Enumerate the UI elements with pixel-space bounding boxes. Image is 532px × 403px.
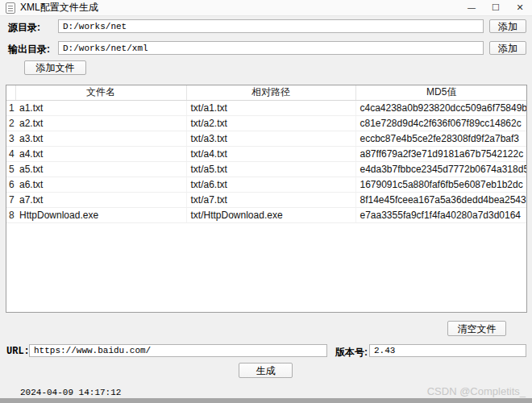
table-row[interactable]: 5a5.txttxt/a5.txte4da3b7fbbce2345d7772b0… [6,161,527,177]
window-controls: — ☐ ✕ [459,0,532,16]
url-input[interactable] [29,344,327,357]
header-filename[interactable]: 文件名 [15,85,186,100]
add-files-button[interactable]: 添加文件 [24,60,86,75]
cell-filename[interactable]: a6.txt [15,177,186,192]
app-window: XML配置文件生成 — ☐ ✕ 源目录: 添加 输出目录: 添加 添加文件 文件… [0,0,532,403]
row-index[interactable]: 2 [6,115,15,131]
close-button[interactable]: ✕ [508,0,532,16]
timestamp: 2024-04-09 14:17:12 [20,388,121,397]
table-row[interactable]: 8HttpDownload.exetxt/HttpDownload.exee7a… [6,207,527,222]
table-row[interactable]: 6a6.txttxt/a6.txt1679091c5a880faf6fb5e60… [6,177,527,192]
cell-relative-path[interactable]: txt/a6.txt [186,177,355,192]
cell-filename[interactable]: a5.txt [15,161,186,177]
cell-filename[interactable]: a4.txt [15,146,186,161]
clear-files-button[interactable]: 清空文件 [447,321,506,336]
header-gutter [6,85,15,100]
url-label: URL: [6,346,30,357]
cell-md5[interactable]: eccbc87e4b5ce2fe28308fd9f2a7baf3 [355,131,527,146]
cell-filename[interactable]: a7.txt [15,192,186,207]
file-table-panel: 文件名 相对路径 MD5值 1a1.txttxt/a1.txtc4ca4238a… [6,85,527,313]
source-dir-add-button[interactable]: 添加 [489,19,526,33]
cell-relative-path[interactable]: txt/a4.txt [186,146,355,161]
table-row[interactable]: 1a1.txttxt/a1.txtc4ca4238a0b923820dcc509… [6,100,527,115]
cell-md5[interactable]: a87ff679a2f3e71d9181a67b7542122c [355,146,527,161]
output-dir-label: 输出目录: [8,43,50,56]
row-index[interactable]: 4 [6,146,15,161]
row-index[interactable]: 1 [6,100,15,115]
cell-md5[interactable]: 1679091c5a880faf6fb5e6087eb1b2dc [355,177,527,192]
cell-filename[interactable]: a3.txt [15,131,186,146]
title-bar: XML配置文件生成 — ☐ ✕ [0,0,532,16]
source-dir-label: 源目录: [8,21,40,35]
row-index[interactable]: 6 [6,177,15,192]
table-row[interactable]: 4a4.txttxt/a4.txta87ff679a2f3e71d9181a67… [6,146,527,161]
maximize-button[interactable]: ☐ [484,0,508,16]
table-row[interactable]: 2a2.txttxt/a2.txtc81e728d9d4c2f636f067f8… [6,115,527,131]
row-index[interactable]: 8 [6,207,15,222]
cell-relative-path[interactable]: txt/a2.txt [186,115,355,131]
cell-md5[interactable]: c81e728d9d4c2f636f067f89cc14862c [355,115,527,131]
row-index[interactable]: 7 [6,192,15,207]
cell-relative-path[interactable]: txt/a1.txt [186,100,355,115]
version-label: 版本号: [335,346,368,359]
cell-relative-path[interactable]: txt/a3.txt [186,131,355,146]
cell-relative-path[interactable]: txt/a5.txt [186,161,355,177]
cell-md5[interactable]: e4da3b7fbbce2345d7772b0674a318d5 [355,161,527,177]
cell-filename[interactable]: HttpDownload.exe [15,207,186,222]
table-row[interactable]: 7a7.txttxt/a7.txt8f14e45fceea167a5a36ded… [6,192,527,207]
cell-filename[interactable]: a1.txt [15,100,186,115]
header-relative-path[interactable]: 相对路径 [186,85,355,100]
cell-filename[interactable]: a2.txt [15,115,186,131]
app-icon [6,2,15,14]
source-dir-input[interactable] [58,19,484,33]
header-md5[interactable]: MD5值 [355,85,527,100]
row-index[interactable]: 3 [6,131,15,146]
row-index[interactable]: 5 [6,161,15,177]
generate-button[interactable]: 生成 [239,363,293,378]
minimize-button[interactable]: — [459,0,484,16]
watermark: CSDN @Completits_ [427,385,526,397]
file-table: 文件名 相对路径 MD5值 1a1.txttxt/a1.txtc4ca4238a… [6,85,527,223]
version-input[interactable] [369,344,526,357]
cell-relative-path[interactable]: txt/HttpDownload.exe [186,207,355,222]
output-dir-add-button[interactable]: 添加 [489,41,526,55]
table-row[interactable]: 3a3.txttxt/a3.txteccbc87e4b5ce2fe28308fd… [6,131,527,146]
table-header-row: 文件名 相对路径 MD5值 [6,85,527,100]
cell-md5[interactable]: c4ca4238a0b923820dcc509a6f75849b [355,100,527,115]
cell-md5[interactable]: 8f14e45fceea167a5a36dedd4bea2543 [355,192,527,207]
window-title: XML配置文件生成 [20,1,98,15]
bottom-strip [0,398,532,403]
cell-md5[interactable]: e7aa3355fa9cf1f4fa40280a7d3d0164 [355,207,527,222]
cell-relative-path[interactable]: txt/a7.txt [186,192,355,207]
output-dir-input[interactable] [58,41,484,55]
